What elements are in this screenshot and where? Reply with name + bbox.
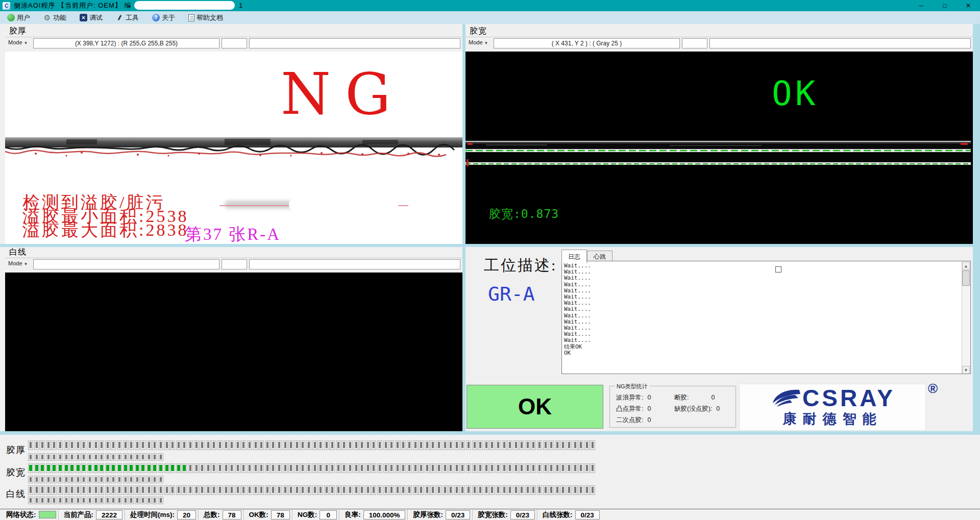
indicator-square <box>87 497 92 504</box>
indicator-square <box>425 440 430 450</box>
indicator-square <box>531 440 536 450</box>
indicator-square <box>52 463 57 473</box>
tab-log[interactable]: 日志 <box>561 250 587 263</box>
indicator-square <box>324 463 329 473</box>
log-line: Wait.... <box>564 306 968 312</box>
pixel-readout-field[interactable] <box>33 259 219 269</box>
indicator-square <box>81 497 86 504</box>
mode-dropdown[interactable]: Mode ▼ <box>469 39 488 45</box>
indicator-square <box>253 463 258 473</box>
scrollbar-thumb[interactable] <box>962 270 970 286</box>
indicator-label-thickness: 胶厚 <box>6 444 26 456</box>
scroll-down-icon[interactable]: ▼ <box>962 366 970 374</box>
whiteline-image-view[interactable] <box>5 273 462 431</box>
pixel-readout-field[interactable]: ( X 431, Y 2 ) : ( Gray 25 ) <box>494 38 680 48</box>
indicator-square <box>365 485 371 495</box>
indicator-square <box>93 463 99 473</box>
indicator-square <box>164 485 169 495</box>
indicator-square <box>460 463 465 473</box>
indicator-square <box>489 463 495 473</box>
aux-field-2[interactable] <box>249 259 460 269</box>
maximize-button[interactable]: □ <box>933 0 957 11</box>
overall-result-button[interactable]: OK <box>467 385 603 429</box>
mode-dropdown[interactable]: Mode ▼ <box>8 39 28 45</box>
indicator-row-width-short <box>28 476 164 483</box>
horizontal-splitter-bottom[interactable] <box>0 431 980 435</box>
menu-item-tools[interactable]: 工具 <box>116 13 139 22</box>
indicator-square <box>81 453 86 461</box>
about-icon <box>152 14 160 21</box>
indicator-square <box>152 476 157 483</box>
log-list[interactable]: ▲ ▼ Wait....Wait....Wait....Wait....Wait… <box>561 261 971 374</box>
indicator-square <box>229 463 234 473</box>
indicator-square <box>466 463 471 473</box>
indicator-square <box>271 485 276 495</box>
indicator-square <box>573 463 578 473</box>
indicator-square <box>336 485 341 495</box>
aux-field-1[interactable] <box>682 38 707 48</box>
indicator-square <box>395 463 400 473</box>
menu-item-about[interactable]: 关于 <box>152 13 175 22</box>
status-value-ng-count: 0 <box>320 510 337 519</box>
indicator-square <box>99 440 104 450</box>
indicator-square <box>247 440 252 450</box>
scroll-up-icon[interactable]: ▲ <box>962 262 970 270</box>
mode-dropdown[interactable]: Mode ▼ <box>8 260 28 266</box>
aux-field-1[interactable] <box>222 38 247 48</box>
status-separator <box>537 510 537 520</box>
indicator-square <box>158 463 163 473</box>
pixel-readout-field[interactable]: (X 398,Y 1272) : (R 255,G 255,B 255) <box>33 38 219 48</box>
indicator-square <box>259 463 264 473</box>
indicator-square <box>164 463 169 473</box>
indicator-square <box>354 463 359 473</box>
log-line: Wait.... <box>564 325 968 331</box>
indicator-square <box>64 497 69 504</box>
aux-field-2[interactable] <box>709 38 971 48</box>
indicator-square <box>93 453 99 461</box>
menu-item-user[interactable]: 用户 <box>7 13 30 22</box>
close-button[interactable]: ✕ <box>957 0 980 11</box>
logo-chinese-text: 康耐德智能 <box>783 410 883 428</box>
indicator-square <box>436 440 442 450</box>
gear-icon <box>43 14 51 21</box>
indicator-square <box>443 485 448 495</box>
indicator-square <box>365 463 371 473</box>
indicator-square <box>224 485 229 495</box>
status-value-whiteline-sheets: 0/23 <box>575 510 600 519</box>
indicator-square <box>413 463 418 473</box>
logo-swoosh-icon <box>770 388 802 408</box>
indicator-square <box>519 485 524 495</box>
indicator-square <box>99 497 104 504</box>
minimize-button[interactable]: ─ <box>910 0 933 11</box>
indicator-square <box>584 440 590 450</box>
indicator-square <box>395 485 400 495</box>
network-status-label: 网络状态: <box>6 510 36 519</box>
indicator-square <box>46 453 51 461</box>
log-scrollbar[interactable]: ▲ ▼ <box>962 262 970 374</box>
indicator-square <box>496 485 501 495</box>
indicator-square <box>188 463 193 473</box>
indicator-square <box>194 463 199 473</box>
indicator-square <box>419 485 424 495</box>
indicator-square <box>383 463 388 473</box>
aux-field-1[interactable] <box>222 259 247 269</box>
width-image-view[interactable]: OK 胶宽:0.873 <box>465 52 973 244</box>
status-value-yield-rate: 100.000% <box>363 510 406 519</box>
thickness-image-view[interactable]: NG <box>5 52 462 244</box>
indicator-square <box>117 453 122 461</box>
menu-item-debug[interactable]: 调试 <box>80 13 103 22</box>
menu-item-functions[interactable]: 功能 <box>43 13 66 22</box>
indicator-square <box>478 440 483 450</box>
indicator-square <box>531 485 536 495</box>
indicator-square <box>560 440 566 450</box>
indicator-square <box>543 440 548 450</box>
indicator-square <box>111 463 116 473</box>
indicator-square <box>578 440 583 450</box>
indicator-square <box>567 485 572 495</box>
menu-item-help[interactable]: 帮助文档 <box>188 13 223 22</box>
log-checkbox[interactable] <box>775 266 781 273</box>
indicator-square <box>211 485 216 495</box>
indicator-square <box>46 440 51 450</box>
indicator-square <box>152 440 157 450</box>
aux-field-2[interactable] <box>249 38 460 48</box>
